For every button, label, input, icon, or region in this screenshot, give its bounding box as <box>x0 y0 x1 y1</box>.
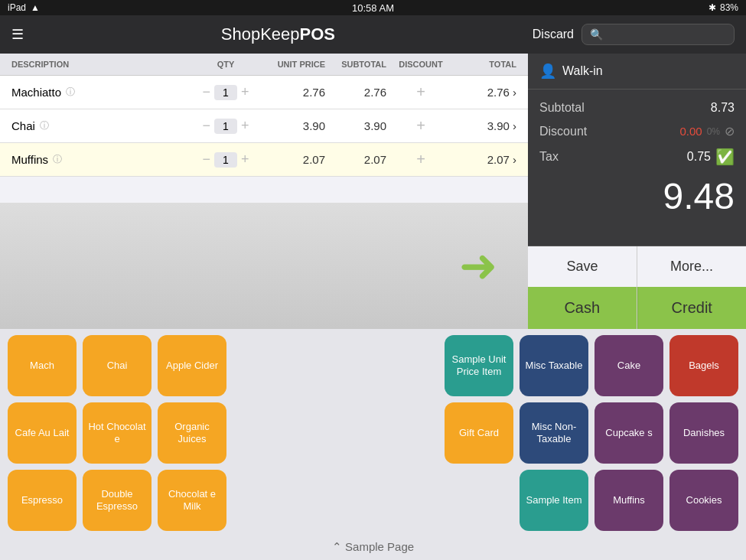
item-button-bagels[interactable]: Bagels <box>669 335 738 396</box>
more-button[interactable]: More... <box>637 246 746 287</box>
item-button-misc-taxable[interactable]: Misc Taxable <box>520 335 588 396</box>
header: ☰ ShopKeepPOS Discard 🔍 <box>0 15 746 54</box>
page-indicator: ⌃ Sample Page <box>0 534 746 560</box>
table-row: Chai ⓘ − 1 + 3.90 3.90 + 3.90 › <box>0 109 528 143</box>
table-row: Machiatto ⓘ − 1 + 2.76 2.76 + 2.76 › <box>0 76 528 109</box>
item-button-mach[interactable]: Mach <box>8 335 77 396</box>
unit-price: 2.07 <box>256 153 325 166</box>
item-button-chocolate-milk[interactable]: Chocolat e Milk <box>158 470 226 531</box>
table-row: Muffins ⓘ − 1 + 2.07 2.07 + 2.07 › <box>0 143 528 177</box>
item-button-organic-juices[interactable]: Organic Juices <box>158 402 226 464</box>
item-total: 2.07 › <box>455 153 516 166</box>
add-discount-button[interactable]: + <box>416 151 425 168</box>
info-icon[interactable]: ⓘ <box>40 119 49 132</box>
item-button-sample-item[interactable]: Sample Item <box>520 470 588 531</box>
qty-value: 1 <box>214 85 237 100</box>
item-button-chai[interactable]: Chai <box>83 335 151 396</box>
item-total: 3.90 › <box>455 119 516 132</box>
item-button-danishes[interactable]: Danishes <box>669 402 738 464</box>
action-buttons-area: Save More... Cash Credit <box>528 246 746 329</box>
discount-row: Discount 0.00 0% ⊘ <box>539 124 735 138</box>
discount-value: 0.00 <box>679 125 702 138</box>
tax-label: Tax <box>539 150 559 164</box>
qty-decrease-button[interactable]: − <box>202 84 210 100</box>
order-panel: DESCRIPTION QTY UNIT PRICE SUBTOTAL DISC… <box>0 54 528 329</box>
subtotal-value: 8.73 <box>711 101 735 115</box>
time-label: 10:58 AM <box>352 2 394 14</box>
item-button-hot-chocolate[interactable]: Hot Chocolat e <box>83 402 151 464</box>
search-bar[interactable]: 🔍 <box>581 24 735 45</box>
info-icon[interactable]: ⓘ <box>53 153 62 166</box>
item-button-misc-non-taxable[interactable]: Misc Non-Taxable <box>520 402 588 464</box>
qty-value: 1 <box>214 119 237 134</box>
status-bar: iPad ▲ 10:58 AM ✱ 83% <box>0 0 746 15</box>
item-button-muffins[interactable]: Muffins <box>595 470 663 531</box>
subtotal: 3.90 <box>325 119 386 132</box>
item-button-cookies[interactable]: Cookies <box>669 470 738 531</box>
item-button-cupcakes[interactable]: Cupcake s <box>595 402 663 464</box>
discount-label: Discount <box>539 125 587 138</box>
payment-buttons: Cash Credit <box>528 287 746 329</box>
info-icon[interactable]: ⓘ <box>66 86 75 99</box>
add-discount-button[interactable]: + <box>416 83 425 101</box>
item-name: Chai <box>11 119 35 132</box>
unit-price: 3.90 <box>256 119 325 132</box>
tax-row: Tax 0.75 ✅ <box>539 148 735 166</box>
no-discount-icon[interactable]: ⊘ <box>725 124 735 138</box>
subtotal: 2.07 <box>325 153 386 166</box>
order-empty-area: ➜ <box>0 203 528 330</box>
col-total-header: TOTAL <box>455 60 516 69</box>
search-icon: 🔍 <box>590 28 603 41</box>
qty-increase-button[interactable]: + <box>241 84 249 100</box>
customer-icon: 👤 <box>539 63 556 80</box>
wifi-icon: ▲ <box>31 2 40 13</box>
page-dot: ⌃ <box>332 540 342 553</box>
save-more-buttons: Save More... <box>528 246 746 287</box>
item-total: 2.76 › <box>455 86 516 99</box>
item-button-apple-cider[interactable]: Apple Cider <box>158 335 226 396</box>
item-button-espresso[interactable]: Espresso <box>8 470 77 531</box>
customer-row[interactable]: 👤 Walk-in <box>528 54 746 90</box>
grand-total: 9.48 <box>539 175 735 217</box>
qty-decrease-button[interactable]: − <box>202 118 210 134</box>
item-button-cake[interactable]: Cake <box>595 335 663 396</box>
discount-pct: 0% <box>707 126 720 137</box>
app-container: ☰ ShopKeepPOS Discard 🔍 DESCRIPTION QTY … <box>0 15 746 560</box>
col-unit-price-header: UNIT PRICE <box>256 60 325 69</box>
tax-group: 0.75 ✅ <box>687 148 735 166</box>
grid-row-2: Cafe Au Lait Hot Chocolat e Organic Juic… <box>8 402 738 464</box>
item-button-double-espresso[interactable]: Double Espresso <box>83 470 151 531</box>
item-button-sample-unit-price[interactable]: Sample Unit Price Item <box>445 335 513 396</box>
item-button-cafe-au-lait[interactable]: Cafe Au Lait <box>8 402 77 464</box>
table-header: DESCRIPTION QTY UNIT PRICE SUBTOTAL DISC… <box>0 54 528 76</box>
discard-button[interactable]: Discard <box>533 28 574 41</box>
subtotal: 2.76 <box>325 86 386 99</box>
grid-row-3: Espresso Double Espresso Chocolat e Milk… <box>8 470 738 531</box>
qty-decrease-button[interactable]: − <box>202 151 210 168</box>
tax-check-icon: ✅ <box>715 148 735 166</box>
col-subtotal-header: SUBTOTAL <box>325 60 386 69</box>
col-qty-header: QTY <box>195 60 256 69</box>
arrow-indicator: ➜ <box>459 239 497 292</box>
grid-row-1: Mach Chai Apple Cider Sample Unit Price … <box>8 335 738 396</box>
totals-body: Subtotal 8.73 Discount 0.00 0% ⊘ Tax 0.7… <box>528 90 746 246</box>
item-button-gift-card[interactable]: Gift Card <box>445 402 513 464</box>
credit-button[interactable]: Credit <box>637 287 747 329</box>
col-discount-header: DISCOUNT <box>386 60 455 69</box>
add-discount-button[interactable]: + <box>416 117 425 135</box>
bottom-area: Mach Chai Apple Cider Sample Unit Price … <box>0 329 746 534</box>
qty-increase-button[interactable]: + <box>241 151 249 168</box>
item-name: Muffins <box>11 153 48 166</box>
menu-button[interactable]: ☰ <box>11 26 24 43</box>
qty-value: 1 <box>214 152 237 168</box>
tax-value: 0.75 <box>687 150 711 164</box>
carrier-label: iPad <box>8 2 26 13</box>
customer-name: Walk-in <box>562 64 603 78</box>
battery-label: 83% <box>720 2 738 13</box>
cash-button[interactable]: Cash <box>528 287 637 329</box>
item-name: Machiatto <box>11 86 61 99</box>
unit-price: 2.76 <box>256 86 325 99</box>
qty-increase-button[interactable]: + <box>241 118 249 134</box>
page-label: Sample Page <box>345 540 414 553</box>
save-button[interactable]: Save <box>528 246 637 287</box>
